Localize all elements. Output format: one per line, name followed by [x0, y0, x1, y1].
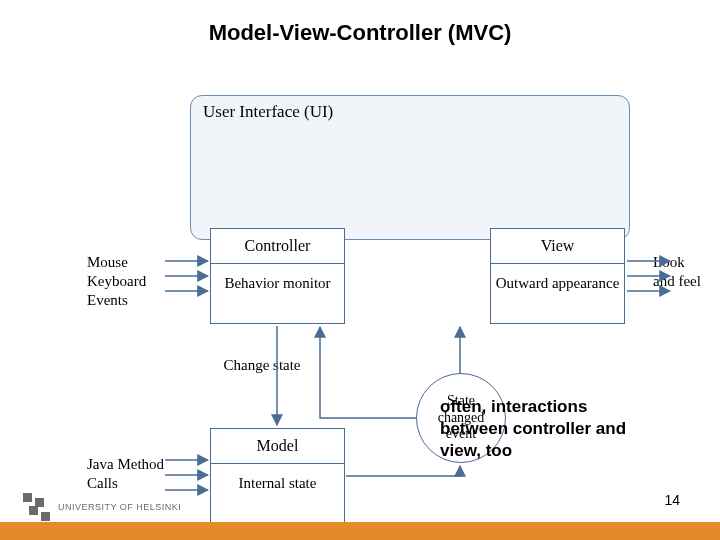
- change-state-label: Change state: [222, 356, 302, 374]
- external-lookfeel-label: Look and feel: [653, 253, 703, 291]
- model-sub: Internal state: [211, 464, 344, 505]
- model-box: Model Internal state: [210, 428, 345, 524]
- view-box: View Outward appearance: [490, 228, 625, 324]
- external-inputs-label: Mouse Keyboard Events: [87, 253, 167, 309]
- controller-sub: Behavior monitor: [211, 264, 344, 305]
- model-title: Model: [211, 429, 344, 464]
- slide-title: Model-View-Controller (MVC): [0, 20, 720, 46]
- footer-bar: [0, 522, 720, 540]
- ui-container: User Interface (UI): [190, 95, 630, 240]
- ui-label: User Interface (UI): [203, 102, 333, 122]
- page-number: 14: [664, 492, 680, 508]
- controller-title: Controller: [211, 229, 344, 264]
- university-name: University of Helsinki: [58, 502, 181, 512]
- footnote-text: often, interactions between controller a…: [440, 396, 650, 462]
- logo-icon: [22, 492, 52, 522]
- view-title: View: [491, 229, 624, 264]
- view-sub: Outward appearance: [491, 264, 624, 305]
- university-logo: University of Helsinki: [22, 492, 181, 522]
- mvc-diagram: User Interface (UI) Controller Behavior …: [90, 95, 660, 435]
- external-java-label: Java Method Calls: [87, 455, 167, 493]
- controller-box: Controller Behavior monitor: [210, 228, 345, 324]
